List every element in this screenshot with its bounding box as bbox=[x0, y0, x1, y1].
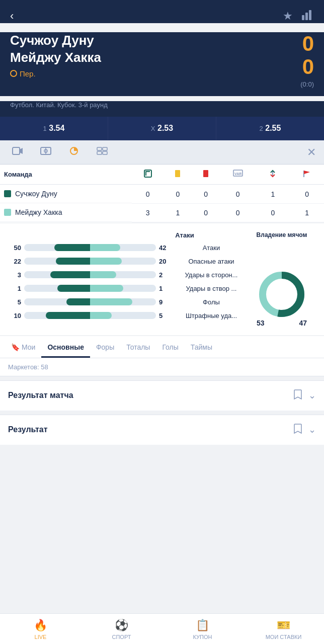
coupon-icon: 📋 bbox=[196, 619, 209, 632]
live-icon: 🔥 bbox=[34, 619, 47, 632]
filter-video-icon[interactable] bbox=[8, 144, 27, 160]
donut-chart-area: 5347 bbox=[247, 244, 317, 327]
nav-coupon[interactable]: 📋 КУПОН bbox=[162, 614, 243, 644]
svg-marker-20 bbox=[304, 171, 310, 174]
odds-1[interactable]: 1 3.54 bbox=[0, 117, 108, 140]
stats-filter-bar: ✕ bbox=[0, 140, 324, 165]
sport-icon: ⚽ bbox=[115, 619, 128, 632]
svg-rect-14 bbox=[175, 170, 180, 177]
market-section-1: Результат матча ⌄ bbox=[0, 380, 324, 411]
bar-stat-row: 105Штрафные уда... bbox=[7, 312, 247, 319]
market-bookmark-1-icon[interactable] bbox=[293, 389, 302, 403]
svg-rect-12 bbox=[103, 151, 107, 154]
svg-text:VAR: VAR bbox=[234, 172, 241, 176]
competition-info: Футбол. Китай. Кубок. 3-й раунд bbox=[0, 101, 324, 117]
filter-chart-icon[interactable] bbox=[64, 144, 84, 160]
market-title-1: Результат матча bbox=[8, 391, 73, 400]
odds-x[interactable]: X 2.53 bbox=[108, 117, 216, 140]
bottom-nav: 🔥 LIVE ⚽ СПОРТ 📋 КУПОН 🎫 МОИ СТАВКИ bbox=[0, 613, 324, 644]
favorite-icon[interactable]: ★ bbox=[283, 10, 293, 23]
table-cell: 0 bbox=[132, 185, 164, 204]
svg-rect-3 bbox=[13, 147, 20, 154]
live-label: LIVE bbox=[35, 634, 47, 640]
table-cell: 0 bbox=[256, 203, 290, 222]
bar-stat-row: 59Фолы bbox=[7, 298, 247, 306]
table-cell: 3 bbox=[132, 203, 164, 222]
team2-name: Мейджу Хакка bbox=[10, 49, 300, 66]
table-cell: 0 bbox=[220, 185, 256, 204]
possession-left-value: 53 bbox=[257, 319, 265, 327]
col-team-header: Команда bbox=[0, 165, 132, 185]
market-chevron-1-icon[interactable]: ⌄ bbox=[308, 390, 316, 401]
odds-x-val: 2.53 bbox=[157, 124, 173, 132]
table-cell: 1 bbox=[256, 185, 290, 204]
sport-label: СПОРТ bbox=[112, 634, 131, 640]
odds-bar: 1 3.54 X 2.53 2 2.55 bbox=[0, 117, 324, 140]
possession-right-value: 47 bbox=[299, 319, 307, 327]
tab-totals[interactable]: Тоталы bbox=[120, 336, 156, 358]
svg-rect-0 bbox=[302, 15, 304, 20]
nav-live[interactable]: 🔥 LIVE bbox=[0, 614, 81, 644]
svg-rect-10 bbox=[103, 147, 107, 150]
table-cell: 0 bbox=[290, 185, 324, 204]
col-flag-icon bbox=[290, 165, 324, 185]
score1: 0 bbox=[302, 32, 314, 55]
table-cell: 0 bbox=[192, 185, 220, 204]
filter-field-icon[interactable] bbox=[36, 144, 55, 160]
odds-1-val: 3.54 bbox=[49, 124, 64, 132]
nav-sport[interactable]: ⚽ СПОРТ bbox=[81, 614, 162, 644]
bar-stat-row: 32Удары в сторон... bbox=[7, 271, 247, 279]
odds-2-label: 2 bbox=[260, 125, 263, 132]
table-row: Мейджу Хакка bbox=[0, 203, 132, 222]
table-cell: 1 bbox=[164, 203, 192, 222]
markets-count: Маркетов: 58 bbox=[0, 358, 324, 376]
odds-x-label: X bbox=[151, 125, 155, 132]
score-sub: (0:0) bbox=[300, 80, 314, 88]
back-button[interactable]: ‹ bbox=[10, 10, 14, 23]
score2: 0 bbox=[302, 55, 314, 78]
col-sub-icon bbox=[256, 165, 290, 185]
possession-title: Владение мячом bbox=[252, 231, 312, 239]
market-header-1[interactable]: Результат матча ⌄ bbox=[0, 381, 324, 411]
table-cell: 1 bbox=[290, 203, 324, 222]
table-row: Сучжоу Дуну bbox=[0, 185, 132, 203]
market-header-2[interactable]: Результат ⌄ bbox=[0, 415, 324, 445]
stats-table: Команда VAR bbox=[0, 165, 324, 222]
table-cell: 0 bbox=[220, 203, 256, 222]
odds-2-val: 2.55 bbox=[265, 124, 281, 132]
tab-goals[interactable]: Голы bbox=[156, 336, 184, 358]
svg-point-23 bbox=[270, 282, 294, 306]
tab-times[interactable]: Таймы bbox=[185, 336, 218, 358]
market-title-2: Результат bbox=[8, 425, 48, 434]
svg-rect-2 bbox=[309, 10, 311, 20]
bar-stat-row: 2220Опасные атаки bbox=[7, 258, 247, 265]
tab-main[interactable]: Основные bbox=[41, 336, 90, 358]
col-corner-icon bbox=[132, 165, 164, 185]
market-bookmark-2-icon[interactable] bbox=[293, 423, 302, 437]
bar-stat-row: 5042Атаки bbox=[7, 244, 247, 252]
market-chevron-2-icon[interactable]: ⌄ bbox=[308, 424, 316, 435]
market-section-2: Результат ⌄ bbox=[0, 415, 324, 445]
coupon-label: КУПОН bbox=[193, 634, 212, 640]
svg-rect-15 bbox=[203, 170, 208, 177]
svg-rect-11 bbox=[97, 151, 102, 154]
odds-1-label: 1 bbox=[43, 125, 47, 132]
nav-my-bets[interactable]: 🎫 МОИ СТАВКИ bbox=[243, 614, 324, 644]
attacks-title: Атаки bbox=[149, 231, 220, 239]
odds-2[interactable]: 2 2.55 bbox=[216, 117, 324, 140]
bet-tabs-bar: 🔖 Мои Основные Форы Тоталы Голы Таймы bbox=[0, 336, 324, 358]
col-var-icon: VAR bbox=[220, 165, 256, 185]
filter-grid-icon[interactable] bbox=[93, 144, 112, 160]
tab-my[interactable]: 🔖 Мои bbox=[5, 336, 41, 358]
tab-fory[interactable]: Форы bbox=[90, 336, 120, 358]
match-status: Пер. bbox=[20, 69, 36, 78]
svg-rect-1 bbox=[305, 13, 308, 20]
stats-icon[interactable] bbox=[302, 9, 314, 23]
my-bets-label: МОИ СТАВКИ bbox=[266, 634, 302, 640]
stats-close-icon[interactable]: ✕ bbox=[307, 146, 316, 159]
team1-name: Сучжоу Дуну bbox=[10, 32, 300, 49]
col-red-icon bbox=[192, 165, 220, 185]
my-bets-icon: 🎫 bbox=[277, 619, 290, 632]
bar-stats-section: Атаки Владение мячом 5042Атаки2220Опасны… bbox=[0, 223, 324, 335]
table-cell: 0 bbox=[192, 203, 220, 222]
